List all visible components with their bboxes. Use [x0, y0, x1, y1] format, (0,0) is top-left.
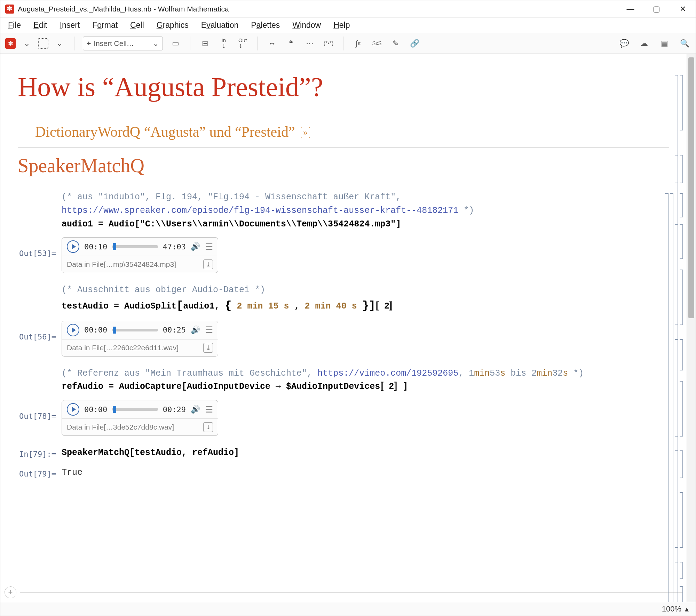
docs-icon[interactable]: ▤: [658, 37, 671, 50]
menu-graphics[interactable]: Graphics: [152, 19, 193, 31]
menu-edit[interactable]: Edit: [29, 19, 52, 31]
link-icon[interactable]: 🔗: [408, 37, 421, 50]
volume-icon[interactable]: 🔊: [191, 242, 200, 251]
menubar: File Edit Insert Format Cell Graphics Ev…: [0, 18, 696, 33]
volume-icon[interactable]: 🔊: [191, 326, 200, 335]
draw-icon[interactable]: ✎: [389, 37, 402, 50]
code-line: refAudio = AudioCapture[AudioInputDevice…: [62, 382, 408, 392]
template-icon[interactable]: $x$: [371, 37, 383, 50]
cloud-icon[interactable]: ☁: [638, 37, 650, 50]
insert-cell-dropdown[interactable]: + Insert Cell… ⌄: [83, 37, 163, 50]
zoom-level[interactable]: 100%: [662, 605, 681, 614]
quote-icon[interactable]: ❝: [285, 37, 297, 50]
out-label: Out[79]=: [18, 466, 56, 478]
close-button[interactable]: ✕: [670, 0, 696, 18]
in-icon[interactable]: In⇣: [217, 37, 230, 50]
minimize-button[interactable]: —: [617, 0, 643, 18]
move-icon[interactable]: ↔: [266, 37, 278, 50]
audio-file-label: Data in File[…mp\35424824.mp3]: [67, 260, 176, 269]
menu-window[interactable]: Window: [288, 19, 325, 31]
cell-style-icon[interactable]: ▭: [169, 37, 182, 50]
menu-insert[interactable]: Insert: [56, 19, 84, 31]
abort-icon[interactable]: [38, 38, 48, 49]
notebook-area[interactable]: How is “Augusta Presteid”? DictionaryWor…: [0, 54, 687, 602]
menu-palettes[interactable]: Palettes: [247, 19, 284, 31]
output-cell: True: [56, 466, 669, 480]
audio-time-total: 47:03: [163, 242, 186, 251]
insert-cell-label: Insert Cell…: [94, 39, 134, 48]
integral-icon[interactable]: ∫π: [352, 37, 364, 50]
eval-dropdown-icon[interactable]: ⌄: [21, 37, 33, 50]
add-cell-button[interactable]: +: [5, 586, 16, 598]
input-cell[interactable]: (* Ausschnitt aus obiger Audio-Datei *) …: [56, 283, 669, 314]
window-title: Augusta_Presteid_vs._Mathilda_Huss.nb - …: [18, 5, 617, 13]
scrollbar-thumb[interactable]: [688, 57, 694, 318]
section-divider: [18, 147, 669, 147]
code-comment-end: *): [458, 206, 474, 216]
bottom-rule: [20, 592, 683, 593]
play-button[interactable]: [67, 240, 79, 253]
maximize-button[interactable]: ▢: [643, 0, 670, 18]
chevron-down-icon: ⌄: [153, 39, 159, 48]
menu-evaluation[interactable]: Evaluation: [197, 19, 243, 31]
audio-time-current: 00:00: [84, 405, 107, 414]
in-label: In[79]:=: [18, 446, 56, 458]
statusbar: 100% ▴: [0, 602, 696, 616]
cell-label: [18, 367, 56, 370]
audio-menu-icon[interactable]: ☰: [205, 404, 213, 415]
zoom-up-icon[interactable]: ▴: [685, 605, 689, 614]
code-url: https://www.spreaker.com/episode/flg-194…: [62, 206, 458, 216]
out-label: Out[56]=: [18, 321, 56, 341]
cell-brackets[interactable]: [662, 54, 683, 602]
open-file-icon[interactable]: ⤓: [203, 259, 213, 269]
section-cell[interactable]: SpeakerMatchQ: [18, 154, 669, 177]
code-comment: (* aus "indubio", Flg. 194, "Flg.194 - W…: [62, 192, 401, 202]
section-opener-icon[interactable]: »: [301, 127, 310, 138]
code-line: SpeakerMatchQ[testAudio, refAudio]: [62, 448, 239, 458]
input-cell[interactable]: SpeakerMatchQ[testAudio, refAudio]: [56, 446, 669, 460]
code-comment: (* Referenz aus "Mein Traumhaus mit Gesc…: [62, 368, 584, 378]
plus-icon: +: [87, 39, 91, 48]
out-icon[interactable]: Out⇣: [236, 37, 249, 50]
audio-player: 00:10 47:03 🔊 ☰ Data in File[…mp\3542482…: [62, 237, 218, 273]
audio-slider[interactable]: [112, 329, 158, 331]
code-line: testAudio = AudioSplit[audio1, { 2 min 1…: [62, 301, 398, 311]
abort-dropdown-icon[interactable]: ⌄: [53, 37, 66, 50]
audio-slider[interactable]: [112, 408, 158, 411]
audio-menu-icon[interactable]: ☰: [205, 241, 213, 252]
out-label: Out[53]=: [18, 237, 56, 258]
audio-menu-icon[interactable]: ☰: [205, 325, 213, 335]
audio-slider[interactable]: [112, 245, 158, 248]
open-file-icon[interactable]: ⤓: [203, 343, 213, 353]
group-open-icon[interactable]: ⊟: [199, 37, 211, 50]
audio-time-current: 00:10: [84, 242, 107, 251]
audio-time-total: 00:29: [163, 405, 186, 414]
code-comment: (* Ausschnitt aus obiger Audio-Datei *): [62, 285, 265, 295]
vertical-scrollbar[interactable]: [687, 54, 696, 602]
menu-format[interactable]: Format: [88, 19, 122, 31]
evaluation-icon[interactable]: ✽: [5, 38, 16, 49]
play-button[interactable]: [67, 403, 79, 416]
subsection-text: DictionaryWordQ “Augusta” und “Presteid”: [35, 124, 295, 140]
open-file-icon[interactable]: ⤓: [203, 422, 213, 432]
menu-cell[interactable]: Cell: [126, 19, 148, 31]
ellipsis-icon[interactable]: ⋯: [303, 37, 316, 50]
subsection-cell[interactable]: DictionaryWordQ “Augusta” und “Presteid”…: [35, 123, 669, 140]
audio-player: 00:00 00:25 🔊 ☰ Data in File[…2260c22e6d…: [62, 321, 218, 357]
comment-icon[interactable]: (*•*): [322, 37, 335, 50]
play-button[interactable]: [67, 324, 79, 336]
menu-file[interactable]: File: [4, 19, 25, 31]
chat-icon[interactable]: 💬: [618, 37, 630, 50]
input-cell[interactable]: (* aus "indubio", Flg. 194, "Flg.194 - W…: [56, 191, 669, 231]
title-cell[interactable]: How is “Augusta Presteid”?: [18, 71, 669, 103]
code-line: audio1 = Audio["C:\\Users\\armin\\Docume…: [62, 219, 401, 229]
volume-icon[interactable]: 🔊: [191, 405, 200, 414]
audio-player: 00:00 00:29 🔊 ☰ Data in File[…3de52c7dd8…: [62, 400, 218, 436]
audio-time-total: 00:25: [163, 326, 186, 334]
search-icon[interactable]: 🔍: [678, 37, 691, 50]
app-icon: [5, 5, 14, 14]
input-cell[interactable]: (* Referenz aus "Mein Traumhaus mit Gesc…: [56, 367, 669, 394]
titlebar: Augusta_Presteid_vs._Mathilda_Huss.nb - …: [0, 0, 696, 18]
menu-help[interactable]: Help: [329, 19, 354, 31]
audio-file-label: Data in File[…2260c22e6d11.wav]: [67, 344, 179, 352]
